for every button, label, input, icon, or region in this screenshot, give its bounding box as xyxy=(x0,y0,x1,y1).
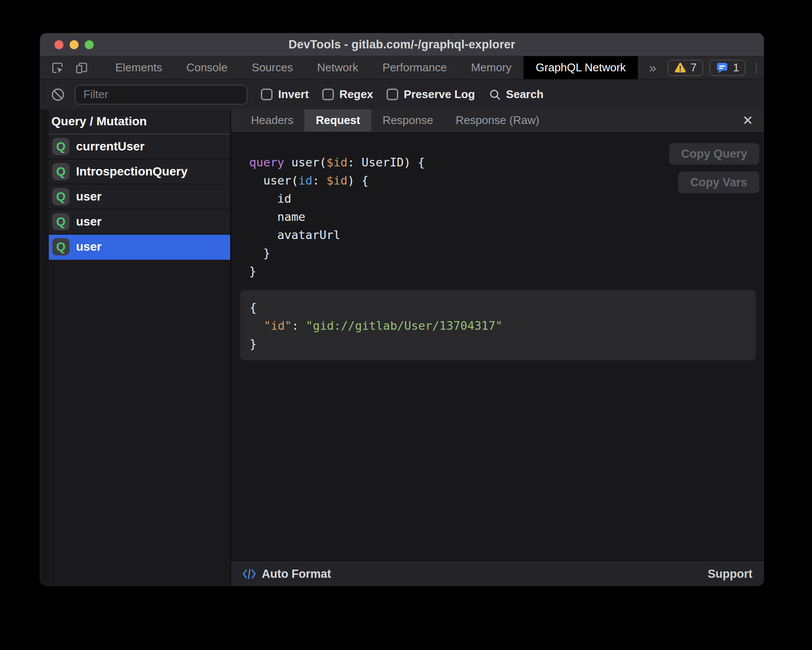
regex-checkbox[interactable] xyxy=(322,89,334,100)
query-name: currentUser xyxy=(76,140,145,153)
preserve-log-label: Preserve Log xyxy=(404,88,475,101)
query-name: user xyxy=(76,190,102,204)
code-text: } xyxy=(249,264,256,278)
code-text: } xyxy=(250,337,257,350)
issues-badge[interactable]: 1 xyxy=(709,60,745,76)
tab-response-raw[interactable]: Response (Raw) xyxy=(444,109,551,131)
message-count: 1 xyxy=(733,61,739,74)
close-window-button[interactable] xyxy=(54,40,63,49)
query-list-item-selected[interactable]: Q user xyxy=(49,235,230,260)
footer-bar: Auto Format Support xyxy=(231,562,764,586)
query-type-badge: Q xyxy=(52,138,70,155)
copy-query-button[interactable]: Copy Query xyxy=(669,143,759,165)
code-text: } xyxy=(249,246,270,260)
regex-label: Regex xyxy=(339,88,373,101)
code-text: name xyxy=(249,210,305,223)
query-list-item[interactable]: Q user xyxy=(49,185,230,210)
code-text: user( xyxy=(292,156,327,169)
search-label: Search xyxy=(506,88,544,101)
traffic-lights xyxy=(54,33,94,56)
invert-checkbox-group[interactable]: Invert xyxy=(261,88,309,101)
block-requests-icon[interactable] xyxy=(51,87,65,102)
device-toolbar-icon[interactable] xyxy=(75,61,89,75)
preserve-log-checkbox[interactable] xyxy=(387,89,398,100)
invert-checkbox[interactable] xyxy=(261,89,273,100)
code-variable: $id xyxy=(327,156,348,169)
tab-request[interactable]: Request xyxy=(304,109,371,131)
query-variables-code: { "id": "gid://gitlab/User/13704317" } xyxy=(250,299,745,353)
preserve-log-checkbox-group[interactable]: Preserve Log xyxy=(387,88,475,101)
search-icon xyxy=(488,88,501,101)
query-name: IntrospectionQuery xyxy=(76,165,187,178)
support-link[interactable]: Support xyxy=(708,567,752,581)
devtools-tab-bar: Elements Console Sources Network Perform… xyxy=(40,56,764,79)
code-text: : xyxy=(312,174,327,187)
warning-count: 7 xyxy=(691,61,697,74)
minimize-window-button[interactable] xyxy=(70,40,79,49)
tab-sources[interactable]: Sources xyxy=(240,56,305,79)
filter-input[interactable] xyxy=(75,85,247,105)
json-key: "id" xyxy=(264,319,292,332)
code-text: ) { xyxy=(348,174,369,187)
more-tabs-icon[interactable]: » xyxy=(638,56,668,79)
badge-divider xyxy=(756,62,757,74)
message-bubble-icon xyxy=(716,61,729,74)
query-type-badge: Q xyxy=(52,238,70,255)
query-type-badge: Q xyxy=(52,163,70,180)
query-list-sidebar: Query / Mutation Q currentUser Q Introsp… xyxy=(40,109,231,586)
invert-label: Invert xyxy=(278,88,309,101)
query-variables-box: { "id": "gid://gitlab/User/13704317" } xyxy=(240,290,756,360)
json-string-value: "gid://gitlab/User/13704317" xyxy=(306,319,502,332)
window-title: DevTools - gitlab.com/-/graphql-explorer xyxy=(289,38,515,51)
devtools-window: DevTools - gitlab.com/-/graphql-explorer… xyxy=(40,33,764,586)
auto-format-label: Auto Format xyxy=(262,567,331,581)
warning-icon xyxy=(674,62,686,73)
code-keyword: query xyxy=(249,156,292,169)
request-detail-panel: Headers Request Response Response (Raw) … xyxy=(231,109,764,586)
code-argument: id xyxy=(298,174,313,187)
query-type-badge: Q xyxy=(52,213,70,230)
query-name: user xyxy=(76,215,102,229)
code-text: : xyxy=(292,319,306,332)
code-variable: $id xyxy=(327,174,348,187)
code-text: : UserID) { xyxy=(348,156,425,169)
tab-response[interactable]: Response xyxy=(371,109,444,131)
code-text: user( xyxy=(249,174,298,187)
auto-format-button[interactable]: Auto Format xyxy=(242,567,331,581)
tab-performance[interactable]: Performance xyxy=(371,56,459,79)
tab-console[interactable]: Console xyxy=(174,56,239,79)
code-brackets-icon xyxy=(242,568,256,580)
tab-elements[interactable]: Elements xyxy=(103,56,174,79)
search-button[interactable]: Search xyxy=(488,88,544,101)
query-type-badge: Q xyxy=(52,188,70,205)
copy-vars-button[interactable]: Copy Vars xyxy=(678,172,759,193)
title-bar: DevTools - gitlab.com/-/graphql-explorer xyxy=(40,33,764,56)
tab-graphql-network[interactable]: GraphQL Network xyxy=(523,56,638,79)
filter-bar: Invert Regex Preserve Log Search xyxy=(40,79,764,109)
tab-network[interactable]: Network xyxy=(305,56,370,79)
query-name: user xyxy=(76,240,102,254)
query-list-item[interactable]: Q user xyxy=(49,210,230,235)
code-text: id xyxy=(249,192,292,205)
tab-headers[interactable]: Headers xyxy=(240,109,304,131)
request-content: query user($id: UserID) { user(id: $id) … xyxy=(231,132,764,562)
tab-memory[interactable]: Memory xyxy=(459,56,523,79)
query-list-item[interactable]: Q currentUser xyxy=(49,134,230,159)
code-text xyxy=(250,319,264,332)
code-text: avatarUrl xyxy=(249,228,340,242)
zoom-window-button[interactable] xyxy=(85,40,94,49)
sidebar-header: Query / Mutation xyxy=(49,109,230,134)
query-list-item[interactable]: Q IntrospectionQuery xyxy=(49,159,230,185)
detail-tab-bar: Headers Request Response Response (Raw) … xyxy=(231,109,764,132)
inspect-element-icon[interactable] xyxy=(51,61,64,75)
code-text: { xyxy=(250,301,257,314)
close-panel-icon[interactable]: ✕ xyxy=(742,109,753,131)
warnings-badge[interactable]: 7 xyxy=(668,60,703,76)
regex-checkbox-group[interactable]: Regex xyxy=(322,88,373,101)
